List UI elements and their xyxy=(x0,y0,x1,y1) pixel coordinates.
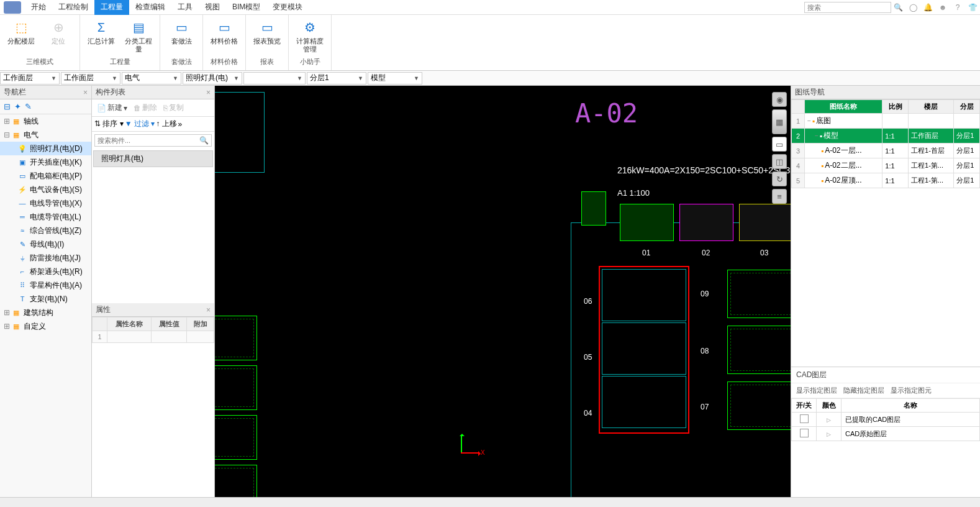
cad-viewport[interactable]: A-02 216kW=400A=2X150=2SC100+SC50+2SC32 … xyxy=(215,86,791,497)
horizontal-scrollbar[interactable] xyxy=(0,497,980,507)
view-3d-icon[interactable]: ▭ xyxy=(772,137,787,152)
ribbon-button[interactable]: ▭套做法 xyxy=(165,17,197,45)
legend-thumb xyxy=(581,191,606,226)
search-icon[interactable]: 🔍 xyxy=(199,136,209,145)
ribbon-button[interactable]: ▭材料价格 xyxy=(208,17,240,45)
nav-tool-add-icon[interactable]: ✦ xyxy=(14,102,21,111)
thumb-01 xyxy=(620,204,674,241)
scale-text: A1 1:100 xyxy=(617,188,650,198)
new-button[interactable]: 📄 新建 ▾ xyxy=(94,101,130,114)
properties-title: 属性 xyxy=(96,304,111,315)
component-item[interactable]: 照明灯具(电) xyxy=(93,150,213,167)
filter-dropdown[interactable]: 工作面层▼ xyxy=(0,72,60,84)
nav-tree-node[interactable]: ⊟▦电气 xyxy=(0,128,91,142)
show-element-button[interactable]: 显示指定图元 xyxy=(891,386,932,395)
help-icon[interactable]: ? xyxy=(952,2,963,13)
cad-layers-table[interactable]: 开/关颜色名称▷已提取的CAD图层▷CAD原始图层 xyxy=(791,398,980,441)
nav-tree-child[interactable]: ⏚防雷接地(电)(J) xyxy=(0,251,91,265)
nav-tree-child[interactable]: ⠿零星构件(电)(A) xyxy=(0,278,91,292)
nav-tree-child[interactable]: 💡照明灯具(电)(D) xyxy=(0,142,91,155)
nav-tree-child[interactable]: —电线导管(电)(X) xyxy=(0,196,91,210)
nav-tree-child[interactable]: T支架(电)(N) xyxy=(0,292,91,306)
menu-item[interactable]: 检查编辑 xyxy=(129,0,171,15)
filter-dropdown[interactable]: 模型▼ xyxy=(368,72,422,84)
global-search-input[interactable] xyxy=(804,2,891,13)
more-button[interactable]: » xyxy=(178,120,183,129)
menu-item[interactable]: 工程绘制 xyxy=(52,0,94,15)
spec-text: 216kW=400A=2X150=2SC100+SC50+2SC32 xyxy=(617,165,791,175)
axis-gizmo: X xyxy=(457,429,482,454)
app-logo xyxy=(4,1,21,14)
ribbon-button[interactable]: Σ汇总计算 xyxy=(85,17,117,45)
delete-button[interactable]: 🗑 删除 xyxy=(131,101,160,114)
ribbon-button[interactable]: ⚙计算精度管理 xyxy=(294,17,326,53)
menu-item[interactable]: BIM模型 xyxy=(226,0,266,15)
filter-dropdown[interactable]: ▼ xyxy=(243,72,306,84)
filter-button[interactable]: ▼ 过滤 ▾ xyxy=(125,119,155,129)
ribbon-button[interactable]: ▭报表预览 xyxy=(251,17,283,45)
thumb-03 xyxy=(739,204,791,241)
drawing-row[interactable]: 2 − ▪ 模型1:1工作面层分层1 xyxy=(792,129,980,144)
plan-07 xyxy=(727,381,791,430)
view-cube[interactable]: ▦ xyxy=(772,109,787,134)
copy-button[interactable]: ⎘ 复制 xyxy=(161,101,186,114)
menu-item[interactable]: 工具 xyxy=(171,0,199,15)
moveup-button[interactable]: ↑ 上移 xyxy=(156,119,176,129)
nav-tree-node[interactable]: ⊞▦自定义 xyxy=(0,319,91,333)
bell-icon[interactable]: 🔔 xyxy=(922,2,933,13)
nav-tool-collapse-icon[interactable]: ⊟ xyxy=(4,102,11,111)
nav-tree-child[interactable]: ✎母线(电)(I) xyxy=(0,237,91,251)
refresh-icon[interactable]: ↻ xyxy=(772,171,787,186)
nav-tree-node[interactable]: ⊞▦轴线 xyxy=(0,114,91,128)
view-box-icon[interactable]: ◫ xyxy=(772,154,787,169)
menu-item[interactable]: 开始 xyxy=(25,0,52,15)
skin-icon[interactable]: 👕 xyxy=(967,2,978,13)
drawing-title: A-02 xyxy=(575,98,638,129)
cad-layer-row[interactable]: ▷已提取的CAD图层 xyxy=(792,413,980,427)
filter-dropdown[interactable]: 照明灯具(电)▼ xyxy=(183,72,242,84)
nav-tree-child[interactable]: ═电缆导管(电)(L) xyxy=(0,210,91,224)
show-layer-button[interactable]: 显示指定图层 xyxy=(796,386,837,395)
nav-panel-title: 导航栏 xyxy=(4,87,26,98)
plan-09 xyxy=(727,270,791,318)
user-icon[interactable]: ◯ xyxy=(907,2,919,13)
nav-tree-child[interactable]: ⚡电气设备(电)(S) xyxy=(0,183,91,196)
nav-tool-edit-icon[interactable]: ✎ xyxy=(25,102,32,111)
nav-tree-child[interactable]: ▣开关插座(电)(K) xyxy=(0,155,91,169)
robot-icon[interactable]: ☻ xyxy=(937,2,948,13)
close-icon[interactable]: × xyxy=(206,88,211,97)
drawing-row[interactable]: 5 ▪ A-02屋顶...1:1工程1-第...分层1 xyxy=(792,173,980,188)
filter-dropdown[interactable]: 分层1▼ xyxy=(307,72,366,84)
menu-item[interactable]: 变更模块 xyxy=(266,0,309,15)
plan-08 xyxy=(727,326,791,374)
cad-layer-row[interactable]: ▷CAD原始图层 xyxy=(792,427,980,441)
thumb-02 xyxy=(679,204,733,241)
drawing-row[interactable]: 1− ▪ 底图 xyxy=(792,114,980,129)
sort-button[interactable]: ⇅ 排序 ▾ xyxy=(94,119,124,129)
filter-dropdown[interactable]: 工作面层▼ xyxy=(61,72,120,84)
settings-icon[interactable]: ≡ xyxy=(772,189,787,204)
drawing-row[interactable]: 4 ▪ A-02二层...1:1工程1-第...分层1 xyxy=(792,158,980,173)
compass-icon[interactable]: ◉ xyxy=(772,92,787,107)
filter-dropdown[interactable]: 电气▼ xyxy=(122,72,181,84)
drawing-row[interactable]: 3 ▪ A-02一层...1:1工程1-首层分层1 xyxy=(792,144,980,158)
component-search-input[interactable] xyxy=(98,137,199,144)
ribbon-button[interactable]: ⬚分配楼层 xyxy=(5,17,37,45)
menu-item[interactable]: 工程量 xyxy=(94,0,129,15)
nav-tree-child[interactable]: ≈综合管线(电)(Z) xyxy=(0,224,91,237)
nav-tree-child[interactable]: ▭配电箱柜(电)(P) xyxy=(0,169,91,183)
properties-table[interactable]: 属性名称 属性值 附加 1 xyxy=(92,317,214,343)
nav-tree-child[interactable]: ⌐桥架通头(电)(R) xyxy=(0,265,91,278)
ribbon-button[interactable]: ⊕定位 xyxy=(42,17,75,45)
nav-tree-node[interactable]: ⊞▦建筑结构 xyxy=(0,306,91,319)
ribbon-button[interactable]: ▤分类工程量 xyxy=(122,17,155,53)
drawing-nav-title: 图纸导航 xyxy=(795,87,825,98)
menu-item[interactable]: 视图 xyxy=(199,0,226,15)
cad-layers-title: CAD图层 xyxy=(791,367,980,383)
search-icon[interactable]: 🔍 xyxy=(894,3,903,12)
close-icon[interactable]: × xyxy=(206,306,211,314)
hide-layer-button[interactable]: 隐藏指定图层 xyxy=(843,386,884,395)
drawing-nav-table[interactable]: 图纸名称比例楼层分层1− ▪ 底图2 − ▪ 模型1:1工作面层分层13 ▪ A… xyxy=(791,99,980,188)
close-icon[interactable]: × xyxy=(83,88,88,97)
complist-title: 构件列表 xyxy=(96,87,125,98)
